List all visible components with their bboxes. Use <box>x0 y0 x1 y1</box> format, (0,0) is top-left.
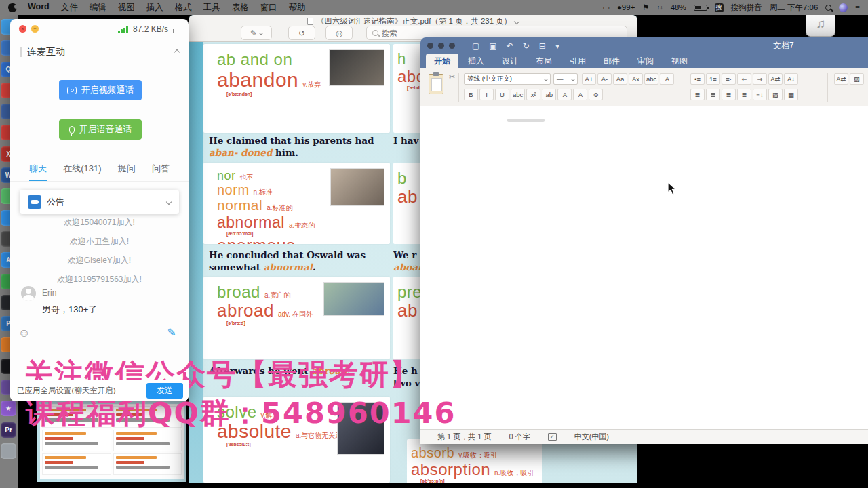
apple-logo-icon[interactable] <box>8 3 17 12</box>
increase-indent-icon[interactable]: ⇒ <box>753 73 767 85</box>
italic-icon[interactable]: I <box>479 89 494 100</box>
toolbar-options-icon[interactable]: ▾ <box>555 41 559 51</box>
search-input[interactable] <box>382 29 621 37</box>
announcement-bar[interactable]: 公告 <box>20 190 179 214</box>
chevron-down-icon[interactable] <box>166 199 172 205</box>
underline-icon[interactable]: U <box>495 89 509 100</box>
redo-icon[interactable]: ↻ <box>523 41 530 51</box>
shading-icon[interactable]: ▧ <box>768 89 783 100</box>
tab-布局[interactable]: 布局 <box>528 54 560 68</box>
sort-icon[interactable]: A↓ <box>784 73 798 85</box>
line-spacing-icon[interactable]: ≡↕ <box>753 89 767 100</box>
word-document-area[interactable] <box>420 106 868 429</box>
tab-引用[interactable]: 引用 <box>561 54 594 68</box>
emoji-icon[interactable]: ☺ <box>18 327 30 340</box>
tab-设计[interactable]: 设计 <box>494 54 526 68</box>
menu-item-app[interactable]: Word <box>28 2 50 14</box>
zoom-icon[interactable] <box>449 43 455 49</box>
align-left-icon[interactable]: ≣ <box>690 89 705 100</box>
compose-icon[interactable]: ✎ <box>167 326 176 339</box>
enclose-characters-icon[interactable]: ⊙ <box>589 89 603 100</box>
start-voice-call-button[interactable]: 开启语音通话 <box>59 119 142 140</box>
cut-icon[interactable]: ✂ <box>449 73 455 81</box>
tab-视图[interactable]: 视图 <box>663 54 696 68</box>
char-shading-icon[interactable]: A <box>573 89 587 100</box>
shrink-font-icon[interactable]: A- <box>597 73 612 85</box>
justify-icon[interactable]: ≣ <box>737 89 751 100</box>
word-count[interactable]: 0 个字 <box>509 432 530 442</box>
save-icon[interactable]: ▣ <box>489 41 496 51</box>
page-info[interactable]: 第 1 页，共 1 页 <box>437 432 491 442</box>
input-method-label[interactable]: 搜狗拼音 <box>731 3 762 13</box>
tab-开始[interactable]: 开始 <box>426 54 458 68</box>
asian-layout-icon[interactable]: A⇄ <box>768 73 783 85</box>
class-chat-panel[interactable]: × − 87.2 KB/s 连麦互动 开启视频通话 开启语音通话 聊天在线(13… <box>10 19 189 401</box>
bold-icon[interactable]: B <box>464 89 478 100</box>
chat-tab-聊天[interactable]: 聊天 <box>29 163 47 181</box>
superscript-icon[interactable]: x² <box>526 89 540 100</box>
font-name-select[interactable]: 等线 (中文正文) <box>464 73 551 85</box>
align-center-icon[interactable]: ≣ <box>706 89 720 100</box>
phonetic-guide-icon[interactable]: abc <box>644 73 658 85</box>
strikethrough-icon[interactable]: abc <box>511 89 525 100</box>
language-indicator[interactable]: 中文(中国) <box>574 432 609 442</box>
print-icon[interactable]: ⊟ <box>539 41 546 51</box>
pdf-page-thumbnail[interactable] <box>37 401 186 482</box>
change-case-icon[interactable]: Aa <box>613 73 627 85</box>
tab-邮件[interactable]: 邮件 <box>595 54 628 68</box>
chat-tab-问答[interactable]: 问答 <box>152 163 170 181</box>
undo-icon[interactable]: ↶ <box>507 41 513 51</box>
chevron-down-icon[interactable] <box>514 18 519 24</box>
minimize-icon[interactable]: − <box>31 25 39 33</box>
bullets-icon[interactable]: •≡ <box>690 73 705 85</box>
expand-icon[interactable] <box>173 26 180 33</box>
markup-toolbar-button[interactable]: ◎ <box>326 26 353 40</box>
page-icon[interactable]: ▢ <box>472 41 479 51</box>
highlight-icon[interactable]: ab <box>542 89 556 100</box>
input-method-icon[interactable]: 搜 <box>715 3 724 12</box>
grow-font-icon[interactable]: A+ <box>582 73 596 85</box>
notification-center-icon[interactable]: ≡ <box>855 3 860 12</box>
imovie-icon[interactable]: ★ <box>1 401 16 416</box>
minimize-icon[interactable] <box>438 43 444 49</box>
chat-tab-在线(131)[interactable]: 在线(131) <box>63 163 101 181</box>
siri-icon[interactable] <box>839 3 848 12</box>
close-icon[interactable]: × <box>19 25 26 33</box>
spotlight-search-icon[interactable] <box>825 5 831 11</box>
word-window[interactable]: ▢▣↶↻⊟▾ 文档7 开始插入设计布局引用邮件审阅视图 ✂ 等线 (中文正文) … <box>420 37 868 444</box>
collapse-icon[interactable] <box>174 49 180 55</box>
menu-item-2[interactable]: 编辑 <box>90 2 106 14</box>
decrease-indent-icon[interactable]: ⇐ <box>737 73 751 85</box>
notification-badge[interactable]: ●99+ <box>617 3 635 12</box>
menu-item-4[interactable]: 插入 <box>146 2 163 14</box>
start-video-call-button[interactable]: 开启视频通话 <box>59 80 142 100</box>
paste-button[interactable] <box>429 74 443 94</box>
multilevel-list-icon[interactable]: ≡· <box>722 73 736 85</box>
rotate-button[interactable]: ↺ <box>288 26 315 40</box>
avatar[interactable] <box>21 286 36 301</box>
close-icon[interactable] <box>427 43 433 49</box>
send-button[interactable]: 发送 <box>146 383 183 399</box>
menu-item-8[interactable]: 窗口 <box>260 2 277 14</box>
numbering-icon[interactable]: 1≡ <box>706 73 720 85</box>
markup-pen-button[interactable]: ✎ <box>241 26 272 40</box>
clear-formatting-icon[interactable]: Ax <box>629 73 643 85</box>
updown-icon[interactable]: ↑↓ <box>657 4 663 11</box>
menu-item-1[interactable]: 文件 <box>61 2 78 14</box>
grey-app-icon[interactable] <box>1 443 16 459</box>
menu-item-9[interactable]: 帮助 <box>289 2 306 14</box>
character-border-icon[interactable]: A <box>660 73 674 85</box>
menu-item-6[interactable]: 工具 <box>203 2 220 14</box>
flag-icon[interactable]: ⚑ <box>642 3 649 12</box>
chat-tab-提问[interactable]: 提问 <box>118 163 136 181</box>
spellcheck-icon[interactable]: ✓ <box>548 433 557 441</box>
tab-审阅[interactable]: 审阅 <box>629 54 662 68</box>
word-titlebar[interactable]: ▢▣↶↻⊟▾ 文档7 <box>420 37 868 54</box>
menu-item-5[interactable]: 格式 <box>175 2 192 14</box>
font-size-select[interactable]: — <box>553 73 578 85</box>
menu-item-7[interactable]: 表格 <box>232 2 249 14</box>
menu-clock[interactable]: 周二 下午7:06 <box>770 3 818 13</box>
align-right-icon[interactable]: ≣ <box>722 89 736 100</box>
styles-icon[interactable]: ▧ <box>850 73 864 85</box>
menu-item-3[interactable]: 视图 <box>118 2 135 14</box>
